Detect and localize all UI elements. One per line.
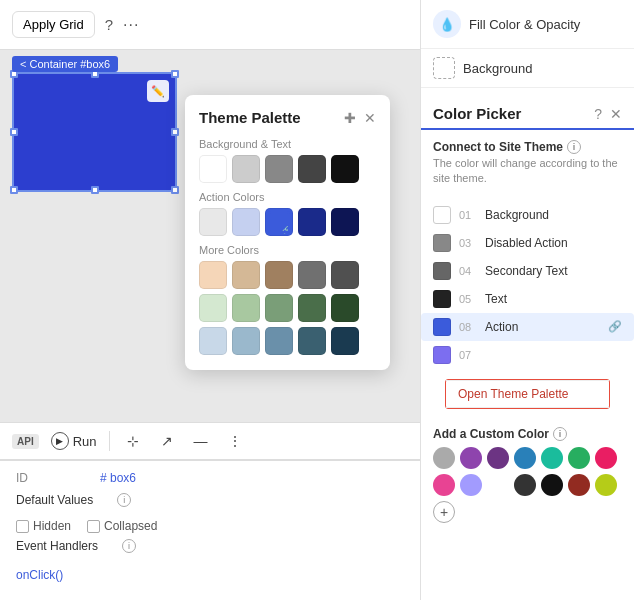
run-button[interactable]: ▶ Run — [51, 432, 97, 450]
connect-info-icon[interactable]: i — [567, 140, 581, 154]
collapsed-label: Collapsed — [104, 519, 157, 533]
tp-swatch-tp-bg-row-2[interactable] — [265, 155, 293, 183]
open-theme-link[interactable]: Open Theme Palette — [446, 380, 609, 408]
resize-handle-br[interactable] — [171, 186, 179, 194]
theme-num-05: 05 — [459, 293, 477, 305]
edit-icon[interactable]: ✏️ — [147, 80, 169, 102]
tp-add-icon[interactable]: ✚ — [344, 110, 356, 126]
tp-swatch-tp-more-row2-3[interactable] — [298, 294, 326, 322]
cp-close-icon[interactable]: ✕ — [610, 106, 622, 122]
resize-handle-bm[interactable] — [91, 186, 99, 194]
cp-title: Color Picker — [433, 105, 521, 122]
custom-swatch-10[interactable] — [514, 447, 536, 469]
custom-swatch-9[interactable] — [541, 447, 563, 469]
tp-swatch-tp-more-row2-4[interactable] — [331, 294, 359, 322]
color-swatch-03 — [433, 234, 451, 252]
properties-panel: ID # box6 Default Values i Hidden Collap… — [0, 460, 420, 600]
add-custom-info-icon[interactable]: i — [553, 427, 567, 441]
tp-swatch-tp-more-row3-2[interactable] — [265, 327, 293, 355]
question-icon[interactable]: ? — [105, 16, 113, 33]
hidden-checkbox[interactable]: Hidden — [16, 519, 71, 533]
select-icon[interactable]: ⊹ — [122, 430, 144, 452]
custom-swatch-2[interactable] — [541, 474, 563, 496]
theme-color-item-04[interactable]: 04Secondary Text — [421, 257, 634, 285]
bottom-toolbar: API ▶ Run ⊹ ↗ — ⋮ — [0, 422, 420, 460]
resize-handle-mr[interactable] — [171, 128, 179, 136]
open-theme-palette-btn[interactable]: Open Theme Palette — [445, 379, 610, 409]
default-values-info-icon[interactable]: i — [117, 493, 131, 507]
custom-swatch-1[interactable] — [568, 474, 590, 496]
theme-color-item-03[interactable]: 03Disabled Action — [421, 229, 634, 257]
resize-handle-ml[interactable] — [10, 128, 18, 136]
tp-swatch-tp-action-row-0[interactable] — [199, 208, 227, 236]
tp-swatch-tp-more-row1-3[interactable] — [298, 261, 326, 289]
tp-swatch-tp-more-row3-0[interactable] — [199, 327, 227, 355]
tp-swatch-tp-more-row2-2[interactable] — [265, 294, 293, 322]
custom-swatch-8[interactable] — [568, 447, 590, 469]
tp-swatch-tp-more-row1-1[interactable] — [232, 261, 260, 289]
tp-swatch-tp-more-row1-4[interactable] — [331, 261, 359, 289]
tp-swatch-tp-more-row1-0[interactable] — [199, 261, 227, 289]
custom-swatch-6[interactable] — [433, 474, 455, 496]
tp-action-row — [199, 208, 376, 236]
tp-swatch-tp-action-row-2[interactable] — [265, 208, 293, 236]
tp-swatch-tp-more-row2-0[interactable] — [199, 294, 227, 322]
theme-num-03: 03 — [459, 237, 477, 249]
minus-icon[interactable]: — — [190, 430, 212, 452]
resize-handle-tr[interactable] — [171, 70, 179, 78]
fill-color-icon: 💧 — [433, 10, 461, 38]
custom-swatch-12[interactable] — [460, 447, 482, 469]
tp-swatch-tp-bg-row-4[interactable] — [331, 155, 359, 183]
custom-swatch-0[interactable] — [595, 474, 617, 496]
tp-more-row1 — [199, 261, 376, 289]
custom-swatch-13[interactable] — [433, 447, 455, 469]
grid-icon[interactable]: ⋮ — [224, 430, 246, 452]
blue-box-widget[interactable]: ✏️ — [12, 72, 177, 192]
tp-swatch-tp-action-row-4[interactable] — [331, 208, 359, 236]
tp-bg-text-label: Background & Text — [199, 138, 376, 150]
collapsed-checkbox[interactable]: Collapsed — [87, 519, 157, 533]
top-toolbar: Apply Grid ? ··· — [0, 0, 420, 50]
onclick-link[interactable]: onClick() — [16, 568, 63, 582]
event-handlers-info-icon[interactable]: i — [122, 539, 136, 553]
theme-color-item-01[interactable]: 01Background — [421, 201, 634, 229]
tp-swatch-tp-more-row2-1[interactable] — [232, 294, 260, 322]
tp-swatch-tp-bg-row-3[interactable] — [298, 155, 326, 183]
custom-swatch-5[interactable] — [460, 474, 482, 496]
open-theme-wrapper: Open Theme Palette — [421, 369, 634, 419]
tp-header: Theme Palette ✚ ✕ — [199, 109, 376, 126]
cp-header-icons: ? ✕ — [594, 106, 622, 122]
tp-swatch-tp-more-row1-2[interactable] — [265, 261, 293, 289]
tp-swatch-tp-more-row3-3[interactable] — [298, 327, 326, 355]
tp-swatch-tp-bg-row-0[interactable] — [199, 155, 227, 183]
theme-color-item-07[interactable]: 07 — [421, 341, 634, 369]
cp-help-icon[interactable]: ? — [594, 106, 602, 122]
custom-swatch-7[interactable] — [595, 447, 617, 469]
apply-grid-button[interactable]: Apply Grid — [12, 11, 95, 38]
tp-close-icon[interactable]: ✕ — [364, 110, 376, 126]
tp-swatch-tp-bg-row-1[interactable] — [232, 155, 260, 183]
connect-theme-desc: The color will change according to the s… — [433, 156, 622, 187]
hidden-checkbox-box — [16, 520, 29, 533]
theme-name-01: Background — [485, 208, 622, 222]
tp-header-icons: ✚ ✕ — [344, 110, 376, 126]
more-options-icon[interactable]: ··· — [123, 16, 139, 34]
collapsed-checkbox-box — [87, 520, 100, 533]
theme-color-item-05[interactable]: 05Text — [421, 285, 634, 313]
tp-swatch-tp-action-row-3[interactable] — [298, 208, 326, 236]
add-color-button[interactable]: + — [433, 501, 455, 523]
custom-swatch-3[interactable] — [514, 474, 536, 496]
expand-icon[interactable]: ↗ — [156, 430, 178, 452]
custom-swatch-11[interactable] — [487, 447, 509, 469]
custom-swatch-4[interactable] — [487, 474, 509, 496]
tp-swatch-tp-more-row3-4[interactable] — [331, 327, 359, 355]
background-row[interactable]: Background — [421, 49, 634, 88]
theme-name-08: Action — [485, 320, 600, 334]
tp-swatch-tp-more-row3-1[interactable] — [232, 327, 260, 355]
theme-color-item-08[interactable]: 08Action🔗 — [421, 313, 634, 341]
tp-swatch-tp-action-row-1[interactable] — [232, 208, 260, 236]
resize-handle-bl[interactable] — [10, 186, 18, 194]
container-label: < Container #box6 — [12, 56, 118, 72]
color-swatch-05 — [433, 290, 451, 308]
tp-more-label: More Colors — [199, 244, 376, 256]
